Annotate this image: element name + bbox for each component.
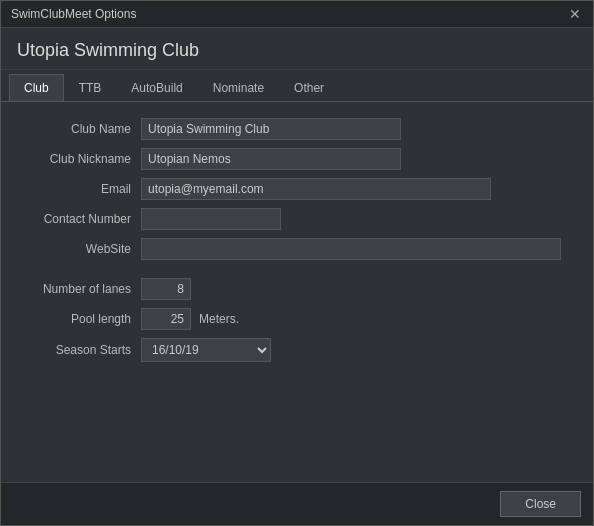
website-label: WebSite: [21, 242, 141, 256]
pool-suffix: Meters.: [199, 312, 239, 326]
tab-ttb[interactable]: TTB: [64, 74, 117, 101]
club-nickname-input[interactable]: [141, 148, 401, 170]
close-button[interactable]: Close: [500, 491, 581, 517]
form-content: Club Name Club Nickname Email Contact Nu…: [1, 102, 593, 482]
dialog-swimclubmeet-options: SwimClubMeet Options ✕ Utopia Swimming C…: [0, 0, 594, 526]
lanes-row: Number of lanes: [21, 278, 573, 300]
season-select[interactable]: 16/10/19 16/10/20 16/10/21: [141, 338, 271, 362]
website-input[interactable]: [141, 238, 561, 260]
club-name-label: Club Name: [21, 122, 141, 136]
contact-label: Contact Number: [21, 212, 141, 226]
club-header: Utopia Swimming Club: [1, 28, 593, 70]
pool-length-row: Pool length Meters.: [21, 308, 573, 330]
club-nickname-row: Club Nickname: [21, 148, 573, 170]
email-input[interactable]: [141, 178, 491, 200]
club-nickname-label: Club Nickname: [21, 152, 141, 166]
tab-other[interactable]: Other: [279, 74, 339, 101]
title-bar: SwimClubMeet Options ✕: [1, 1, 593, 28]
season-row: Season Starts 16/10/19 16/10/20 16/10/21: [21, 338, 573, 362]
season-label: Season Starts: [21, 343, 141, 357]
tab-nominate[interactable]: Nominate: [198, 74, 279, 101]
window-close-button[interactable]: ✕: [567, 7, 583, 21]
pool-length-input[interactable]: [141, 308, 191, 330]
pool-length-label: Pool length: [21, 312, 141, 326]
tab-autobuild[interactable]: AutoBuild: [116, 74, 197, 101]
tab-bar: Club TTB AutoBuild Nominate Other: [1, 70, 593, 102]
lanes-label: Number of lanes: [21, 282, 141, 296]
email-label: Email: [21, 182, 141, 196]
tab-club[interactable]: Club: [9, 74, 64, 101]
website-row: WebSite: [21, 238, 573, 260]
contact-input[interactable]: [141, 208, 281, 230]
title-bar-text: SwimClubMeet Options: [11, 7, 136, 21]
club-name-row: Club Name: [21, 118, 573, 140]
lanes-input[interactable]: [141, 278, 191, 300]
contact-row: Contact Number: [21, 208, 573, 230]
club-name-input[interactable]: [141, 118, 401, 140]
email-row: Email: [21, 178, 573, 200]
footer: Close: [1, 482, 593, 525]
